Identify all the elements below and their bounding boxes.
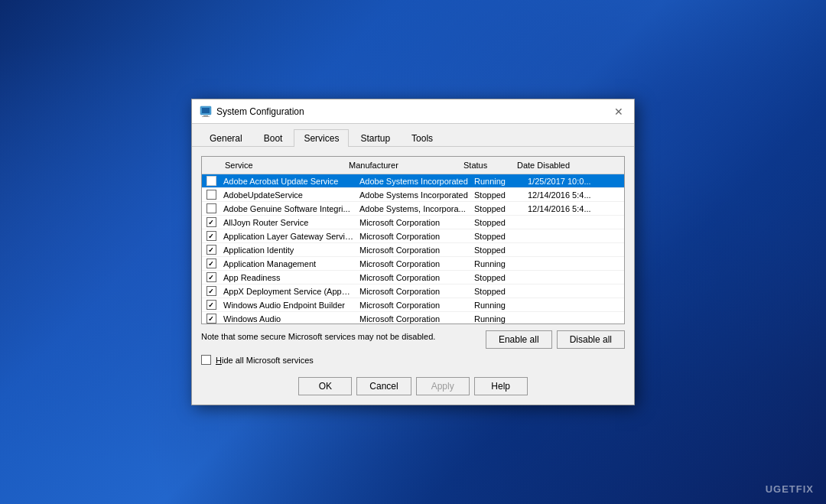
cell-service: Windows Audio [220,313,356,324]
cell-manufacturer: Microsoft Corporation [356,258,471,270]
ok-button[interactable]: OK [298,377,352,395]
checkbox-5[interactable] [206,245,216,255]
tab-general[interactable]: General [200,129,252,147]
checkbox-3[interactable] [206,217,216,227]
row-checkbox[interactable] [202,243,220,256]
cell-service: AppX Deployment Service (AppX... [220,285,356,298]
table-header: Service Manufacturer Status Date Disable… [202,157,624,174]
cell-date [525,276,624,279]
tab-startup[interactable]: Startup [350,129,400,147]
checkbox-1[interactable] [206,190,216,200]
cell-status: Stopped [471,285,525,298]
col-date: Date Disabled [512,158,612,172]
col-scroll-spacer [612,158,624,172]
cell-date [525,290,624,293]
cell-service: Application Identity [220,244,356,256]
row-checkbox[interactable] [202,216,220,229]
bottom-buttons: OK Cancel Apply Help [201,374,625,395]
system-config-dialog: System Configuration ✕ General Boot Serv… [191,99,635,405]
cell-manufacturer: Adobe Systems Incorporated [356,189,471,201]
hide-microsoft-row: Hide all Microsoft services [201,355,625,365]
table-row[interactable]: Application Management Microsoft Corpora… [202,257,624,271]
cell-date: 1/25/2017 10:0... [525,175,624,187]
row-checkbox[interactable] [202,174,220,187]
cell-status: Stopped [471,216,525,229]
cell-date [525,317,624,320]
content-area: Service Manufacturer Status Date Disable… [192,147,634,405]
cell-manufacturer: Adobe Systems, Incorpora... [356,203,471,215]
table-row[interactable]: Windows Audio Microsoft Corporation Runn… [202,312,624,324]
col-checkbox-spacer [202,158,220,172]
cell-status: Stopped [471,244,525,256]
cell-date [525,304,624,307]
table-row[interactable]: AllJoyn Router Service Microsoft Corpora… [202,216,624,229]
note-text: Note that some secure Microsoft services… [201,332,435,341]
tab-tools[interactable]: Tools [402,129,443,147]
hide-microsoft-label: Hide all Microsoft services [216,356,314,365]
checkbox-10[interactable] [206,314,216,324]
checkbox-0[interactable] [206,176,216,186]
row-checkbox[interactable] [202,312,220,324]
row-checkbox[interactable] [202,298,220,311]
cell-service: Application Layer Gateway Service [220,230,356,242]
checkbox-2[interactable] [206,203,216,213]
watermark-label: UGETFIX [766,483,814,495]
cell-manufacturer: Microsoft Corporation [356,216,471,229]
cell-service: Application Management [220,258,356,270]
row-checkbox[interactable] [202,257,220,270]
svg-rect-1 [202,108,210,113]
table-row[interactable]: Application Layer Gateway Service Micros… [202,229,624,243]
cell-service: Windows Audio Endpoint Builder [220,299,356,311]
row-checkbox[interactable] [202,271,220,284]
col-status: Status [459,158,512,172]
close-button[interactable]: ✕ [611,104,626,119]
cell-service: Adobe Acrobat Update Service [220,175,356,187]
hide-microsoft-checkbox[interactable] [201,355,211,365]
table-row[interactable]: AppX Deployment Service (AppX... Microso… [202,285,624,298]
cell-manufacturer: Microsoft Corporation [356,230,471,242]
cell-manufacturer: Microsoft Corporation [356,299,471,311]
row-checkbox[interactable] [202,285,220,298]
cell-service: AllJoyn Router Service [220,216,356,229]
row-checkbox[interactable] [202,202,220,215]
cell-manufacturer: Microsoft Corporation [356,244,471,256]
cell-status: Running [471,313,525,324]
table-row[interactable]: AdobeUpdateService Adobe Systems Incorpo… [202,188,624,202]
titlebar: System Configuration ✕ [192,99,634,124]
checkbox-8[interactable] [206,286,216,296]
tab-boot[interactable]: Boot [254,129,293,147]
svg-rect-3 [202,116,210,117]
checkbox-4[interactable] [206,231,216,241]
cell-date [525,262,624,265]
checkbox-7[interactable] [206,272,216,282]
row-checkbox[interactable] [202,188,220,201]
cell-status: Running [471,175,525,187]
checkbox-6[interactable] [206,259,216,268]
enable-all-button[interactable]: Enable all [486,330,552,349]
help-button[interactable]: Help [474,377,528,395]
cell-manufacturer: Adobe Systems Incorporated [356,175,471,187]
row-checkbox[interactable] [202,229,220,242]
table-row[interactable]: Adobe Acrobat Update Service Adobe Syste… [202,174,624,188]
table-row[interactable]: Application Identity Microsoft Corporati… [202,243,624,257]
cell-status: Stopped [471,189,525,201]
dialog-title: System Configuration [216,106,304,117]
cell-status: Stopped [471,272,525,284]
table-row[interactable]: Windows Audio Endpoint Builder Microsoft… [202,298,624,312]
disable-all-button[interactable]: Disable all [557,330,625,349]
cell-date: 12/14/2016 5:4... [525,189,624,201]
cell-manufacturer: Microsoft Corporation [356,285,471,298]
cell-status: Running [471,299,525,311]
table-row[interactable]: App Readiness Microsoft Corporation Stop… [202,271,624,285]
cell-date: 12/14/2016 5:4... [525,203,624,215]
cell-service: Adobe Genuine Software Integri... [220,203,356,215]
apply-button[interactable]: Apply [416,377,470,395]
services-table: Service Manufacturer Status Date Disable… [201,156,625,324]
system-config-icon [200,106,212,118]
checkbox-9[interactable] [206,300,216,310]
table-body[interactable]: Adobe Acrobat Update Service Adobe Syste… [202,174,624,324]
table-row[interactable]: Adobe Genuine Software Integri... Adobe … [202,202,624,216]
tab-services[interactable]: Services [294,129,349,147]
cancel-button[interactable]: Cancel [356,377,411,395]
cell-date [525,249,624,252]
